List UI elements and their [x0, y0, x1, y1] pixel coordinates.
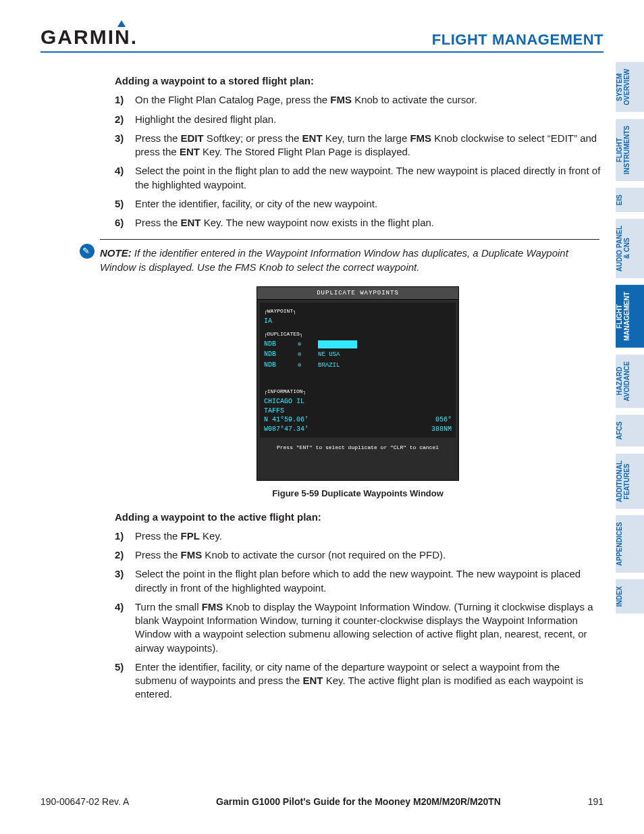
- tab-flight-instruments[interactable]: FLIGHT INSTRUMENTS: [616, 119, 644, 181]
- step-text: Press the FPL Key.: [135, 529, 601, 543]
- step-number: 3): [115, 567, 128, 595]
- waypoint-value: IA: [264, 317, 452, 326]
- tab-afcs[interactable]: AFCS: [616, 415, 644, 446]
- logo-text: GARMIN: [41, 26, 131, 48]
- step-number: 6): [115, 216, 128, 230]
- step-number: 1): [115, 529, 128, 543]
- footer-title: Garmin G1000 Pilot's Guide for the Moone…: [216, 796, 501, 807]
- step-number: 5): [115, 660, 128, 702]
- tab-audio-panel-cns[interactable]: AUDIO PANEL & CNS: [616, 219, 644, 278]
- duplicates-section-label: ┌DUPLICATES┐: [264, 331, 452, 338]
- steps-stored-plan: 1)On the Flight Plan Catalog Page, press…: [115, 93, 601, 230]
- section-title: FLIGHT MANAGEMENT: [432, 31, 603, 49]
- step-number: 5): [115, 197, 128, 211]
- note-icon: [80, 244, 95, 259]
- list-item: 1)On the Flight Plan Catalog Page, press…: [115, 93, 601, 107]
- tab-system-overview[interactable]: SYSTEM OVERVIEW: [616, 62, 644, 112]
- window-title: DUPLICATE WAYPOINTS: [257, 287, 458, 300]
- tab-additional-features[interactable]: ADDITIONAL FEATURES: [616, 454, 644, 509]
- window-hint: Press "ENT" to select duplicate or "CLR"…: [257, 440, 458, 453]
- step-text: Press the FMS Knob to activate the curso…: [135, 548, 601, 562]
- note-label: NOTE:: [100, 247, 132, 259]
- duplicate-row: NDB⊙GR LKS USA: [264, 340, 452, 349]
- logo-triangle-icon: [117, 20, 126, 27]
- step-text: Highlight the desired flight plan.: [135, 113, 601, 126]
- step-text: Select the point in the flight plan to a…: [135, 164, 601, 192]
- step-number: 1): [115, 93, 128, 107]
- page-content: Adding a waypoint to a stored flight pla…: [115, 74, 601, 711]
- info-lat: N 41°59.06': [264, 415, 308, 425]
- figure-wrap: DUPLICATE WAYPOINTS ┌WAYPOINT┐ IA ┌DUPLI…: [115, 286, 601, 500]
- steps-active-plan: 1)Press the FPL Key.2)Press the FMS Knob…: [115, 529, 601, 702]
- footer-doc-id: 190-00647-02 Rev. A: [41, 796, 129, 807]
- heading-active-plan: Adding a waypoint to the active flight p…: [115, 511, 601, 524]
- list-item: 3)Press the EDIT Softkey; or press the E…: [115, 132, 601, 159]
- waypoint-section-label: ┌WAYPOINT┐: [264, 308, 452, 315]
- duplicate-row: NDB⊙BRAZIL: [264, 361, 452, 370]
- step-number: 4): [115, 600, 128, 655]
- tab-appendices[interactable]: APPENDICES: [616, 515, 644, 573]
- duplicate-row: NDB⊙NE USA: [264, 350, 452, 359]
- step-text: On the Flight Plan Catalog Page, press t…: [135, 93, 601, 107]
- note-body: If the identifier entered in the Waypoin…: [100, 247, 568, 272]
- garmin-logo: GARMIN.: [41, 26, 138, 49]
- list-item: 1)Press the FPL Key.: [115, 529, 601, 543]
- list-item: 5)Enter the identifier, facility, or cit…: [115, 660, 601, 702]
- information-section-label: ┌INFORMATION┐: [264, 388, 452, 396]
- list-item: 5)Enter the identifier, facility, or cit…: [115, 197, 601, 211]
- list-item: 6)Press the ENT Key. The new waypoint no…: [115, 216, 601, 230]
- step-text: Press the ENT Key. The new waypoint now …: [135, 216, 601, 230]
- list-item: 4)Select the point in the flight plan to…: [115, 164, 601, 192]
- info-bearing: 056°: [431, 415, 452, 425]
- step-number: 4): [115, 164, 128, 192]
- footer-page-number: 191: [588, 796, 603, 807]
- tab-eis[interactable]: EIS: [616, 188, 644, 212]
- page-footer: 190-00647-02 Rev. A Garmin G1000 Pilot's…: [41, 796, 603, 807]
- step-text: Select the point in the flight plan befo…: [135, 567, 601, 595]
- tab-hazard-avoidance[interactable]: HAZARD AVOIDANCE: [616, 355, 644, 408]
- step-text: Turn the small FMS Knob to display the W…: [135, 600, 601, 655]
- tab-index[interactable]: INDEX: [616, 579, 644, 614]
- chapter-tabs: SYSTEM OVERVIEWFLIGHT INSTRUMENTSEISAUDI…: [616, 62, 644, 621]
- step-number: 2): [115, 113, 128, 126]
- tab-flight-management[interactable]: FLIGHT MANAGEMENT: [616, 285, 644, 348]
- list-item: 2)Press the FMS Knob to activate the cur…: [115, 548, 601, 562]
- heading-stored-plan: Adding a waypoint to a stored flight pla…: [115, 74, 601, 88]
- note-text: NOTE: If the identifier entered in the W…: [100, 246, 599, 274]
- step-number: 3): [115, 132, 128, 159]
- duplicate-waypoints-window: DUPLICATE WAYPOINTS ┌WAYPOINT┐ IA ┌DUPLI…: [257, 286, 459, 481]
- list-item: 3)Select the point in the flight plan be…: [115, 567, 601, 595]
- step-text: Enter the identifier, facility, or city …: [135, 197, 601, 211]
- step-text: Press the EDIT Softkey; or press the ENT…: [135, 132, 601, 159]
- info-city: CHICAGO IL: [264, 397, 452, 407]
- page-header: GARMIN. FLIGHT MANAGEMENT: [41, 26, 603, 53]
- list-item: 2)Highlight the desired flight plan.: [115, 113, 601, 126]
- list-item: 4)Turn the small FMS Knob to display the…: [115, 600, 601, 655]
- figure-caption: Figure 5-59 Duplicate Waypoints Window: [115, 488, 601, 500]
- info-lon: W087°47.34': [264, 425, 308, 434]
- note-block: NOTE: If the identifier entered in the W…: [100, 239, 599, 274]
- step-number: 2): [115, 548, 128, 562]
- info-name: TAFFS: [264, 407, 452, 416]
- step-text: Enter the identifier, facility, or city …: [135, 660, 601, 702]
- info-distance: 388NM: [431, 425, 452, 434]
